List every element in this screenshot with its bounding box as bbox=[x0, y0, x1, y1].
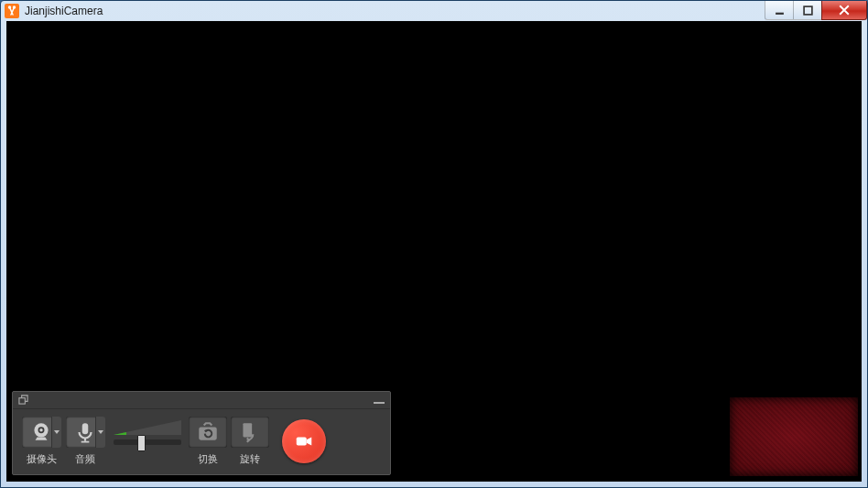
window-title: JianjishiCamera bbox=[25, 5, 103, 17]
volume-thumb[interactable] bbox=[137, 435, 146, 451]
panel-minimize-icon[interactable] bbox=[374, 396, 385, 404]
svg-marker-11 bbox=[114, 420, 181, 435]
webcam-icon bbox=[29, 420, 53, 444]
svg-rect-2 bbox=[776, 12, 784, 14]
camera-label: 摄像头 bbox=[27, 452, 57, 465]
svg-rect-15 bbox=[297, 437, 307, 445]
titlebar[interactable]: JianjishiCamera bbox=[1, 1, 867, 21]
maximize-button[interactable] bbox=[793, 1, 822, 20]
rotate-button[interactable] bbox=[231, 417, 269, 448]
record-button[interactable] bbox=[282, 419, 326, 463]
svg-point-0 bbox=[9, 6, 11, 8]
app-window: JianjishiCamera bbox=[0, 0, 868, 488]
panel-body: 摄像头 音频 bbox=[13, 409, 390, 474]
camera-control: 摄像头 bbox=[22, 417, 60, 465]
svg-point-1 bbox=[14, 6, 16, 8]
rotate-label: 旋转 bbox=[240, 452, 260, 465]
app-icon bbox=[5, 4, 19, 18]
camera-button[interactable] bbox=[22, 417, 60, 448]
svg-rect-9 bbox=[84, 439, 86, 441]
panel-header[interactable] bbox=[13, 392, 390, 409]
switch-button[interactable] bbox=[189, 417, 227, 448]
camera-dropdown[interactable] bbox=[51, 417, 61, 448]
microphone-icon bbox=[73, 420, 97, 444]
undock-icon[interactable] bbox=[18, 392, 28, 408]
svg-rect-4 bbox=[19, 398, 25, 404]
audio-button[interactable] bbox=[66, 417, 104, 448]
audio-control: 音频 bbox=[66, 417, 104, 465]
control-panel: 摄像头 音频 bbox=[12, 391, 391, 475]
preview-thumbnail[interactable] bbox=[730, 397, 858, 476]
svg-point-7 bbox=[39, 428, 42, 431]
svg-rect-8 bbox=[82, 423, 89, 434]
rotate-control: 旋转 bbox=[231, 417, 269, 465]
audio-label: 音频 bbox=[75, 452, 95, 465]
svg-rect-3 bbox=[804, 6, 812, 15]
caption-buttons bbox=[765, 1, 867, 19]
switch-control: 切换 bbox=[189, 417, 227, 465]
rotate-icon bbox=[238, 420, 262, 444]
volume-slider[interactable] bbox=[114, 439, 181, 445]
video-viewport: 摄像头 音频 bbox=[6, 21, 862, 482]
svg-rect-14 bbox=[243, 423, 252, 437]
switch-camera-icon bbox=[196, 420, 220, 444]
audio-dropdown[interactable] bbox=[95, 417, 105, 448]
close-button[interactable] bbox=[821, 1, 867, 20]
video-record-icon bbox=[294, 431, 314, 451]
switch-label: 切换 bbox=[198, 452, 218, 465]
svg-rect-13 bbox=[199, 428, 217, 440]
minimize-button[interactable] bbox=[765, 1, 794, 20]
svg-rect-10 bbox=[81, 441, 90, 443]
volume-control bbox=[110, 419, 185, 462]
volume-meter-icon bbox=[114, 419, 181, 436]
